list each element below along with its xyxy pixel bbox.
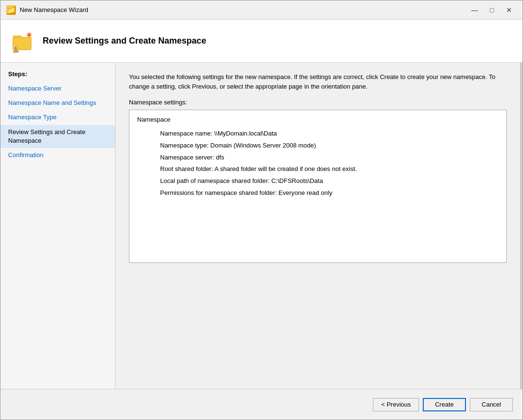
namespace-detail-3: Root shared folder: A shared folder will… (137, 163, 499, 175)
footer: < Previous Create Cancel (0, 389, 523, 420)
main-content: Steps: Namespace Server Namespace Name a… (0, 63, 523, 389)
create-button[interactable]: Create (423, 398, 466, 411)
window-controls: — □ ✕ (467, 4, 517, 16)
right-panel (520, 63, 523, 389)
sidebar-item-namespace-type[interactable]: Namespace Type (0, 110, 115, 125)
namespace-detail-2: Namespace server: dfs (137, 152, 499, 164)
namespace-detail-1: Namespace type: Domain (Windows Server 2… (137, 140, 499, 152)
close-button[interactable]: ✕ (501, 4, 517, 16)
description-text: You selected the following settings for … (129, 72, 507, 91)
cancel-button[interactable]: Cancel (470, 398, 513, 411)
sidebar-item-namespace-server[interactable]: Namespace Server (0, 81, 115, 96)
wizard-window: 📁 New Namespace Wizard — □ ✕ ✱ Review Se (0, 0, 523, 420)
namespace-detail-0: Namespace name: \\MyDomain.local\Data (137, 128, 499, 140)
titlebar: 📁 New Namespace Wizard — □ ✕ (0, 0, 523, 20)
settings-label: Namespace settings: (129, 99, 507, 106)
previous-button[interactable]: < Previous (373, 398, 419, 411)
sidebar: Steps: Namespace Server Namespace Name a… (0, 63, 116, 389)
minimize-button[interactable]: — (467, 4, 482, 16)
namespace-section-title: Namespace (137, 116, 499, 123)
namespace-detail-5: Permissions for namespace shared folder:… (137, 187, 499, 199)
svg-text:✱: ✱ (26, 31, 32, 39)
steps-label: Steps: (0, 68, 115, 81)
titlebar-icon: 📁 (6, 5, 16, 15)
sidebar-item-review-settings: Review Settings and Create Namespace (0, 125, 115, 148)
namespace-box: Namespace Namespace name: \\MyDomain.loc… (129, 110, 507, 263)
content-area: You selected the following settings for … (116, 63, 520, 389)
sidebar-item-confirmation[interactable]: Confirmation (0, 148, 115, 162)
header-icon: ✱ (10, 29, 35, 54)
page-title: Review Settings and Create Namespace (43, 36, 206, 46)
svg-rect-1 (13, 35, 22, 38)
svg-rect-6 (13, 51, 19, 53)
titlebar-title: New Namespace Wizard (20, 6, 467, 13)
sidebar-item-namespace-name[interactable]: Namespace Name and Settings (0, 96, 115, 110)
maximize-button[interactable]: □ (484, 4, 500, 16)
header-area: ✱ Review Settings and Create Namespace (0, 20, 523, 63)
namespace-detail-4: Local path of namespace shared folder: C… (137, 175, 499, 187)
